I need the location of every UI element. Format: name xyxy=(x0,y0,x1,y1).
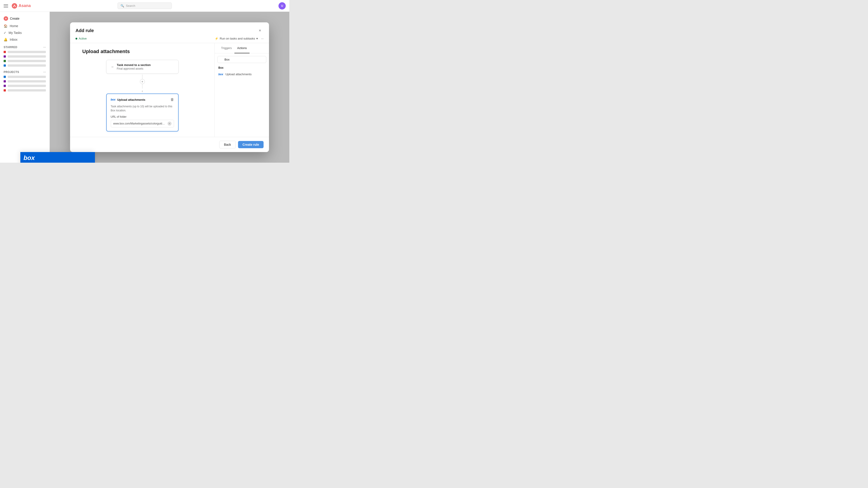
sidebar: + Create 🏠 Home ✓ My Tasks 🔔 Inbox Starr… xyxy=(0,12,50,163)
active-badge: Active xyxy=(75,37,87,40)
page-title: Upload attachments xyxy=(82,48,130,55)
search-placeholder: Search xyxy=(126,4,135,7)
home-label: Home xyxy=(10,24,18,28)
action-description: Task attachments (up to 10) will be uplo… xyxy=(111,104,174,112)
svg-point-1 xyxy=(13,6,14,7)
modal-title: Add rule xyxy=(75,28,94,33)
project-item-2[interactable] xyxy=(0,79,50,84)
home-icon: 🏠 xyxy=(4,24,7,28)
box-logo-text: box xyxy=(24,154,35,161)
projects-more-icon[interactable]: ··· xyxy=(43,70,46,74)
project-item-3[interactable] xyxy=(0,84,50,88)
project-color-dot xyxy=(4,51,6,53)
project-name-blur xyxy=(8,76,46,78)
create-rule-button[interactable]: Create rule xyxy=(238,141,264,148)
modal-close-button[interactable]: × xyxy=(256,27,264,34)
tab-actions[interactable]: Actions xyxy=(235,43,250,53)
sidebar-item-home[interactable]: 🏠 Home xyxy=(0,23,50,29)
project-item-1[interactable] xyxy=(0,74,50,79)
right-tabs: Triggers Actions xyxy=(215,43,269,53)
projects-section-header: Projects ··· xyxy=(0,68,50,74)
projects-label: Projects xyxy=(4,70,19,74)
right-search-area: 🔍 xyxy=(215,53,269,65)
project-color-dot xyxy=(4,76,6,78)
run-on-button[interactable]: ⚡ Run on tasks and subtasks ▾ ··· xyxy=(215,37,264,40)
inbox-icon: 🔔 xyxy=(4,38,7,41)
global-search[interactable]: 🔍 Search xyxy=(118,2,172,9)
right-action-item-upload[interactable]: box Upload attachments xyxy=(215,71,269,78)
url-value: www.box.com/Marketingassets/colorguide2.… xyxy=(113,122,166,125)
trigger-card[interactable]: → Task moved to a section Final approved… xyxy=(106,60,179,74)
create-label: Create xyxy=(10,17,20,20)
box-filebrowser: box 🔍 All Files › Marketing Assets xyxy=(20,152,95,163)
asana-logo-text: Asana xyxy=(19,3,31,8)
project-color-dot xyxy=(4,85,6,87)
modal-header: Add rule × xyxy=(70,22,269,34)
trigger-arrow-icon: → xyxy=(111,65,114,69)
chevron-down-icon: ▾ xyxy=(256,37,258,40)
right-search-input[interactable] xyxy=(217,56,266,63)
starred-project-3[interactable] xyxy=(0,59,50,63)
starred-more-icon[interactable]: ··· xyxy=(43,46,46,49)
more-options-icon[interactable]: ··· xyxy=(261,37,264,40)
create-icon: + xyxy=(4,16,8,21)
connector-arrow-icon: ↓ xyxy=(142,89,143,93)
connector-line: + ↓ xyxy=(140,74,145,94)
right-section-label: Box xyxy=(215,65,269,71)
project-color-dot xyxy=(4,64,6,67)
url-label: URL of folder xyxy=(111,115,174,119)
asana-logo-icon xyxy=(12,3,17,8)
hamburger-menu[interactable] xyxy=(4,4,8,7)
modal-body: Upload attachments → Task moved to a sec… xyxy=(70,43,269,137)
delete-action-button[interactable]: 🗑 xyxy=(170,98,174,102)
starred-project-4[interactable] xyxy=(0,63,50,68)
project-color-dot xyxy=(4,89,6,92)
project-name-blur xyxy=(8,89,46,92)
tasks-icon: ✓ xyxy=(4,31,6,35)
connector-top-line xyxy=(142,74,143,79)
sidebar-item-inbox[interactable]: 🔔 Inbox xyxy=(0,36,50,43)
box-overlay-container: ☰ 📁 🕐 ⭐ ✓ ↗ box 🔍 xyxy=(20,152,95,163)
lightning-icon: ⚡ xyxy=(215,37,218,40)
user-avatar[interactable]: U xyxy=(278,2,286,9)
project-color-dot xyxy=(4,60,6,62)
project-name-blur xyxy=(8,85,46,87)
starred-project-2[interactable] xyxy=(0,54,50,59)
sidebar-item-mytasks[interactable]: ✓ My Tasks xyxy=(0,29,50,36)
tab-triggers[interactable]: Triggers xyxy=(218,43,235,53)
run-on-label: Run on tasks and subtasks xyxy=(220,37,255,40)
box-icon-right: box xyxy=(218,73,223,76)
active-label: Active xyxy=(79,37,87,40)
starred-label: Starred xyxy=(4,46,18,49)
active-dot xyxy=(75,38,77,39)
project-item-4[interactable] xyxy=(0,88,50,93)
project-name-blur xyxy=(8,55,46,58)
url-input-row[interactable]: www.box.com/Marketingassets/colorguide2.… xyxy=(111,120,174,127)
create-button[interactable]: + Create xyxy=(0,14,50,23)
add-step-button[interactable]: + xyxy=(140,79,145,84)
right-search-wrap: 🔍 xyxy=(217,56,266,63)
project-name-blur xyxy=(8,80,46,83)
project-color-dot xyxy=(4,55,6,58)
modal-left-panel: Upload attachments → Task moved to a sec… xyxy=(70,43,215,137)
project-name-blur xyxy=(8,51,46,53)
starred-project-1[interactable] xyxy=(0,50,50,54)
trigger-sublabel: Final approved assets xyxy=(117,67,151,70)
asana-logo: Asana xyxy=(12,3,31,8)
box-filebrowser-header: box xyxy=(20,152,95,163)
action-card[interactable]: box Upload attachments 🗑 Task attachment… xyxy=(106,94,179,131)
action-card-header: box Upload attachments 🗑 xyxy=(111,98,174,102)
add-rule-modal: Add rule × Active ⚡ Run on tasks and sub… xyxy=(70,22,269,152)
tasks-label: My Tasks xyxy=(8,31,22,35)
url-clear-button[interactable]: × xyxy=(167,122,172,126)
back-button[interactable]: Back xyxy=(219,141,236,149)
search-icon: 🔍 xyxy=(121,4,124,7)
svg-point-2 xyxy=(15,6,16,7)
main-area: Add rule × Active ⚡ Run on tasks and sub… xyxy=(50,12,289,163)
starred-section-header: Starred ··· xyxy=(0,43,50,50)
right-action-label: Upload attachments xyxy=(225,72,252,76)
modal-right-panel: Triggers Actions 🔍 Box box Upl xyxy=(215,43,269,137)
inbox-label: Inbox xyxy=(10,38,18,41)
svg-point-0 xyxy=(14,5,15,6)
project-name-blur xyxy=(8,64,46,67)
